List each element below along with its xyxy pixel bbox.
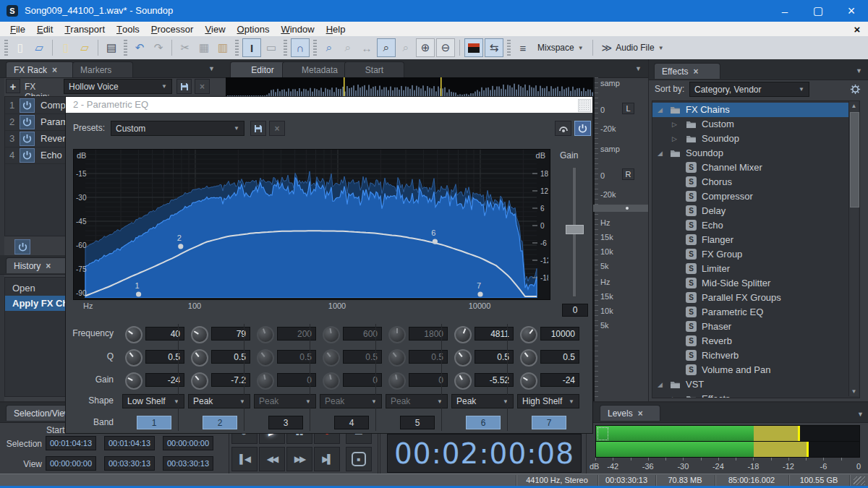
band7-enable-button[interactable]: 7 <box>532 416 566 429</box>
tree-item-phaser[interactable]: SPhaser <box>652 320 858 334</box>
menu-file[interactable]: File <box>4 22 31 36</box>
power-icon[interactable] <box>20 115 35 129</box>
zoom-reset-icon[interactable]: ⌕ <box>397 39 414 56</box>
power-icon[interactable] <box>20 98 35 113</box>
band4-frequency-knob[interactable] <box>323 326 340 343</box>
power-icon[interactable] <box>20 132 35 146</box>
tab-start[interactable]: Start <box>344 61 404 77</box>
band6-q-knob[interactable] <box>454 349 472 367</box>
band2-enable-button[interactable]: 2 <box>203 416 237 429</box>
settings-gear-button[interactable] <box>847 81 863 97</box>
expander-closed-icon[interactable]: ▷ <box>672 395 677 398</box>
menu-options[interactable]: Options <box>231 22 276 36</box>
spectral-display-icon[interactable] <box>464 38 483 57</box>
effect-power-button[interactable] <box>574 121 591 136</box>
switch-view-icon[interactable]: ⇆ <box>485 38 503 57</box>
expander-open-icon[interactable]: ◢ <box>658 106 663 114</box>
band3-enable-button[interactable]: 3 <box>268 416 303 429</box>
band3-q-knob[interactable] <box>257 349 274 367</box>
output-gain-value[interactable]: 0 <box>562 304 588 317</box>
tree-item-richverb[interactable]: SRichverb <box>652 348 858 363</box>
menu-processor[interactable]: Processor <box>145 22 200 36</box>
range-selection-tool-icon[interactable]: ▭ <box>263 39 280 56</box>
tree-item-reverb[interactable]: SReverb <box>652 334 858 348</box>
eq-point-6[interactable] <box>433 239 438 244</box>
band6-gain-knob[interactable] <box>454 372 472 390</box>
band1-gain-knob[interactable] <box>125 372 142 390</box>
delete-chain-button[interactable]: × <box>195 79 210 94</box>
cut-icon[interactable]: ✂ <box>176 39 194 56</box>
zoom-out-selection-icon[interactable]: ⌕ <box>339 39 357 56</box>
output-gain-handle[interactable] <box>566 225 584 234</box>
tree-item-fx-group[interactable]: SFX Group <box>652 247 858 262</box>
tree-item-chorus[interactable]: SChorus <box>652 175 858 189</box>
view-time-field[interactable]: 00:03:30:13 <box>163 456 213 471</box>
close-button[interactable]: × <box>835 0 868 22</box>
eq-graph[interactable]: 1267dBdB-15-30-45-60-75-90181260-6-12-18 <box>73 149 550 300</box>
menu-edit[interactable]: Edit <box>31 22 59 36</box>
band7-gain-knob[interactable] <box>520 372 537 390</box>
band5-shape-dropdown[interactable]: Peak▼ <box>386 394 448 408</box>
channel-badge-r[interactable]: R <box>622 168 634 180</box>
waveform-overview[interactable] <box>226 77 595 96</box>
zoom-tool-icon[interactable]: ⌕ <box>377 38 396 57</box>
band6-shape-dropdown[interactable]: Peak▼ <box>451 394 514 408</box>
band7-q-knob[interactable] <box>520 349 537 367</box>
band1-enable-button[interactable]: 1 <box>137 416 171 429</box>
band1-frequency-knob[interactable] <box>125 326 142 343</box>
tab-levels[interactable]: Levels× <box>600 405 660 421</box>
band4-q-knob[interactable] <box>323 349 340 367</box>
view-time-field[interactable]: 00:00:00:00 <box>46 456 96 471</box>
time-selection-tool-icon[interactable]: I <box>242 38 261 57</box>
channel-badge-l[interactable]: L <box>622 103 634 114</box>
save-preset-button[interactable] <box>250 121 266 136</box>
delete-preset-button[interactable]: × <box>269 121 285 136</box>
band3-frequency-knob[interactable] <box>257 326 274 343</box>
tree-item-compressor[interactable]: SCompressor <box>652 189 858 204</box>
selection-time-field[interactable]: 00:01:04:13 <box>46 436 96 450</box>
tree-item-soundop[interactable]: ▷Soundop <box>652 132 858 146</box>
expander-closed-icon[interactable]: ▷ <box>672 135 677 142</box>
expander-open-icon[interactable]: ◢ <box>658 381 663 388</box>
menu-tools[interactable]: Tools <box>111 22 145 36</box>
zoom-in-icon[interactable]: ⊕ <box>416 38 435 57</box>
band4-gain-knob[interactable] <box>323 372 340 390</box>
tree-item-echo[interactable]: SEcho <box>652 218 858 233</box>
band5-frequency-knob[interactable] <box>388 326 406 343</box>
band6-frequency-knob[interactable] <box>454 326 472 343</box>
selection-time-field[interactable]: 00:00:00:00 <box>163 436 213 450</box>
power-icon[interactable] <box>20 148 35 163</box>
band7-q-value[interactable]: 0.5 <box>540 350 579 364</box>
band2-gain-knob[interactable] <box>191 372 208 390</box>
band7-frequency-value[interactable]: 10000 <box>540 327 579 341</box>
tree-item-vst[interactable]: ◢VST <box>652 377 858 392</box>
zoom-fit-icon[interactable]: ↔ <box>358 39 375 56</box>
tree-item-effects[interactable]: ▷Effects <box>652 392 858 398</box>
resize-grip-icon[interactable] <box>854 476 865 485</box>
tree-item-delay[interactable]: SDelay <box>652 204 858 218</box>
maximize-button[interactable]: ▢ <box>801 0 835 22</box>
save-icon[interactable]: ▤ <box>103 39 120 56</box>
tree-item-mid-side-splitter[interactable]: SMid-Side Splitter <box>652 276 858 291</box>
zoom-out-icon[interactable]: ⊖ <box>436 38 455 57</box>
band6-enable-button[interactable]: 6 <box>466 416 501 429</box>
tree-item-custom[interactable]: ▷Custom <box>652 117 858 132</box>
dialog-corner-icon[interactable] <box>578 99 591 112</box>
tree-item-channel-mixer[interactable]: SChannel Mixer <box>652 160 858 175</box>
close-icon[interactable]: × <box>693 67 698 76</box>
time-display[interactable]: 00:02:00:08 <box>387 434 582 473</box>
presets-dropdown[interactable]: Custom▼ <box>111 121 244 136</box>
panel-menu-icon[interactable]: ▼ <box>208 65 217 72</box>
band2-frequency-knob[interactable] <box>191 326 208 343</box>
tab-fx-rack[interactable]: FX Rack× <box>6 61 74 77</box>
new-file-icon[interactable]: ▯ <box>12 39 29 56</box>
rewind-button[interactable]: ◀◀ <box>259 447 285 471</box>
band4-enable-button[interactable]: 4 <box>334 416 369 429</box>
close-icon[interactable]: × <box>52 66 57 74</box>
tree-scrollbar[interactable]: ▲▼ <box>848 101 859 396</box>
save-chain-button[interactable] <box>176 79 192 94</box>
selection-time-field[interactable]: 00:01:04:13 <box>104 436 155 450</box>
menu-help[interactable]: Help <box>320 22 352 36</box>
undo-icon[interactable]: ↶ <box>131 39 148 56</box>
dialog-title-bar[interactable]: 2 - Parametric EQ <box>66 97 592 113</box>
